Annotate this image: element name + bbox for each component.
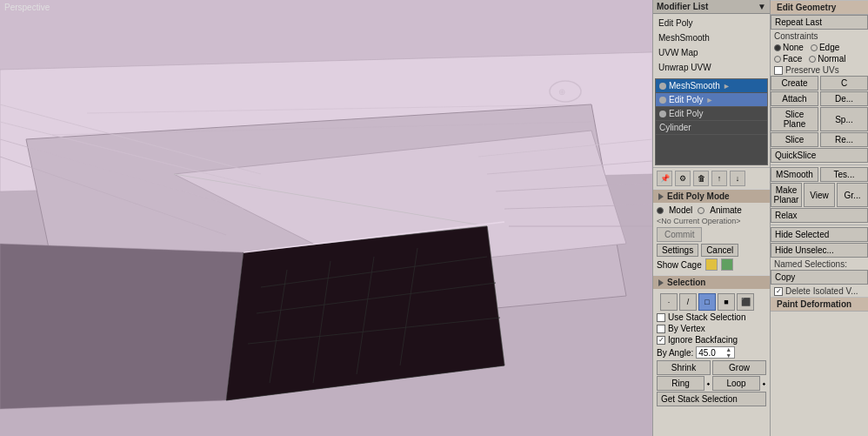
pin-btn[interactable]: 📌 xyxy=(657,171,672,186)
grow-btn[interactable]: Grow xyxy=(712,360,766,375)
cage-color-2[interactable] xyxy=(721,258,733,271)
angle-val: 45.0 xyxy=(697,348,725,358)
border-sel-btn[interactable]: □ xyxy=(698,293,716,311)
tessellate-btn[interactable]: Tes... xyxy=(820,167,868,182)
stack-cylinder[interactable]: Cylinder xyxy=(656,121,767,135)
cage-color-1[interactable] xyxy=(705,258,718,271)
edge-label: Edge xyxy=(819,43,839,52)
element-sel-btn[interactable]: ⬛ xyxy=(737,293,754,311)
right-panel: Modifier List ▼ Edit Poly MeshSmooth UVW… xyxy=(652,0,868,436)
quick-unwrap-uvw[interactable]: Unwrap UVW xyxy=(655,60,768,75)
angle-up[interactable]: ▲ xyxy=(725,346,734,352)
msmooth-btn[interactable]: MSmooth xyxy=(771,167,818,182)
normal-label: Normal xyxy=(818,54,845,64)
loop-dot: ⬥ xyxy=(762,379,766,387)
none-constraint[interactable]: None xyxy=(774,43,804,52)
stack-eye-meshsmooth xyxy=(659,83,666,90)
by-vertex-cb[interactable] xyxy=(657,325,665,333)
poly-sel-btn[interactable]: ■ xyxy=(718,293,735,311)
ignore-bf-cb[interactable] xyxy=(657,336,665,345)
hide-selected-btn[interactable]: Hide Selected xyxy=(771,227,868,242)
attach-detach-row: Attach De... xyxy=(771,91,868,106)
collapse-btn[interactable]: C xyxy=(820,76,868,91)
none-label: None xyxy=(783,43,804,52)
repeat-last-btn[interactable]: Repeat Last xyxy=(771,15,868,30)
hide-unsel-btn[interactable]: Hide Unselec... xyxy=(771,243,868,258)
commit-btn[interactable]: Commit xyxy=(657,227,702,242)
config-btn[interactable]: ⚙ xyxy=(675,171,691,186)
relax-btn[interactable]: Relax xyxy=(771,208,868,223)
delete-btn[interactable]: 🗑 xyxy=(693,171,709,186)
copy-btn[interactable]: Copy xyxy=(771,270,868,285)
stack-toolbar: 📌 ⚙ 🗑 ↑ ↓ xyxy=(653,167,770,189)
angle-spinner[interactable]: 45.0 ▲ ▼ xyxy=(696,346,735,359)
split-btn[interactable]: Sp... xyxy=(820,107,868,131)
slice-btn[interactable]: Slice xyxy=(771,132,818,147)
align-btn[interactable]: Gr... xyxy=(837,183,868,207)
modifier-list-close[interactable]: ▼ xyxy=(758,2,766,11)
delete-iso-cb[interactable] xyxy=(774,287,783,296)
stack-label-meshsmooth: MeshSmooth xyxy=(669,81,720,91)
quickslice-btn[interactable]: QuickSlice xyxy=(771,148,868,163)
modifier-panel: Modifier List ▼ Edit Poly MeshSmooth UVW… xyxy=(652,0,770,436)
quick-meshsmooth[interactable]: MeshSmooth xyxy=(655,30,768,45)
attach-btn[interactable]: Attach xyxy=(771,91,818,106)
create-btn[interactable]: Create xyxy=(771,76,818,91)
constraints-options-2: Face Normal xyxy=(771,53,868,64)
face-constraint[interactable]: Face xyxy=(774,54,802,64)
selection-header[interactable]: Selection xyxy=(653,275,770,289)
slice-plane-btn[interactable]: Slice Plane xyxy=(771,107,818,131)
loop-btn[interactable]: Loop xyxy=(712,376,760,391)
preserve-uvs-cb[interactable] xyxy=(774,66,783,75)
shrink-btn[interactable]: Shrink xyxy=(657,360,711,375)
normal-constraint[interactable]: Normal xyxy=(809,54,845,64)
quick-meshsmooth-label: MeshSmooth xyxy=(658,33,710,43)
move-up-btn[interactable]: ↑ xyxy=(711,171,727,186)
view-btn[interactable]: View xyxy=(804,183,835,207)
use-stack-cb[interactable] xyxy=(657,313,665,322)
named-sel-label: Named Selections: xyxy=(771,258,868,270)
make-planar-row: Make Planar View Gr... xyxy=(771,183,868,207)
angle-arrows[interactable]: ▲ ▼ xyxy=(725,346,734,359)
edge-constraint[interactable]: Edge xyxy=(811,43,839,52)
edit-poly-mode-arrow xyxy=(658,193,664,200)
paint-def-label: Paint Deformation xyxy=(777,299,851,309)
ring-loop-row: Ring ⬥ Loop ⬥ xyxy=(657,376,766,391)
angle-down[interactable]: ▼ xyxy=(725,352,734,359)
paint-deformation-header[interactable]: Paint Deformation xyxy=(771,297,868,312)
move-down-btn[interactable]: ↓ xyxy=(730,171,745,186)
edge-sel-btn[interactable]: / xyxy=(679,293,697,311)
reset-plane-btn[interactable]: Re... xyxy=(820,132,868,147)
vertex-sel-btn[interactable]: · xyxy=(660,293,678,311)
selection-title: Selection xyxy=(667,278,705,287)
model-radio[interactable] xyxy=(657,207,664,214)
edit-geometry-header[interactable]: Edit Geometry xyxy=(771,0,868,15)
detach-btn[interactable]: De... xyxy=(820,91,868,106)
stack-edit-poly-2[interactable]: Edit Poly xyxy=(656,107,767,121)
normal-radio[interactable] xyxy=(809,56,816,63)
quick-access-list: Edit Poly MeshSmooth UVW Map Unwrap UVW xyxy=(653,14,770,77)
animate-radio[interactable] xyxy=(698,207,704,214)
make-planar-btn[interactable]: Make Planar xyxy=(771,183,802,207)
constraints-options: None Edge xyxy=(771,42,868,53)
stack-edit-poly-1[interactable]: Edit Poly ► xyxy=(656,93,767,107)
edit-poly-mode-header[interactable]: Edit Poly Mode xyxy=(653,189,770,203)
slice-reset-row: Slice Re... xyxy=(771,132,868,147)
face-radio[interactable] xyxy=(774,56,781,63)
cancel-btn[interactable]: Cancel xyxy=(701,244,738,257)
quick-edit-poly[interactable]: Edit Poly xyxy=(655,16,768,30)
settings-cancel-row: Settings Cancel xyxy=(657,244,766,257)
get-stack-btn[interactable]: Get Stack Selection xyxy=(657,392,766,406)
edge-radio[interactable] xyxy=(811,44,818,51)
model-label: Model xyxy=(669,205,692,215)
stack-meshsmooth[interactable]: MeshSmooth ► xyxy=(656,79,767,93)
settings-btn[interactable]: Settings xyxy=(657,244,698,257)
modifier-stack: MeshSmooth ► Edit Poly ► Edit Poly Cylin… xyxy=(655,78,768,165)
none-radio[interactable] xyxy=(774,44,781,51)
ring-btn[interactable]: Ring xyxy=(657,376,704,391)
stack-eye-ep1 xyxy=(659,97,666,104)
modifier-list-title: Modifier List xyxy=(657,2,708,11)
viewport[interactable]: ⊕ Perspective xyxy=(0,0,652,436)
quick-uvw-map[interactable]: UVW Map xyxy=(655,45,768,60)
quick-unwrap-label: Unwrap UVW xyxy=(658,63,711,72)
